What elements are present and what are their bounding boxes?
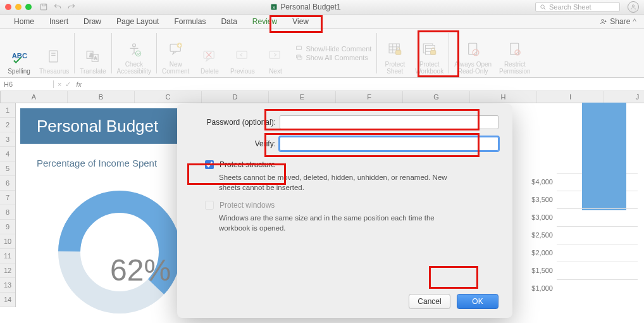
svg-rect-31 xyxy=(396,51,401,55)
svg-text:A: A xyxy=(94,56,97,60)
spelling-label: Spelling xyxy=(8,68,30,75)
user-avatar[interactable] xyxy=(628,1,639,13)
tab-view[interactable]: View xyxy=(285,15,316,28)
verify-input[interactable] xyxy=(280,137,498,151)
tab-insert[interactable]: Insert xyxy=(42,15,76,28)
protect-workbook-dialog: Password (optional): Verify: Protect str… xyxy=(177,104,512,318)
translate-button[interactable]: あA Translate xyxy=(76,30,109,76)
previous-label: Previous xyxy=(230,68,255,75)
check-accessibility-label: Check Accessibility xyxy=(117,61,151,75)
redo-icon[interactable] xyxy=(67,3,76,11)
svg-point-4 xyxy=(632,5,634,7)
tab-home[interactable]: Home xyxy=(6,15,42,28)
excel-icon: X xyxy=(270,3,278,11)
restrict-label: Restrict Permission xyxy=(499,61,530,75)
close-icon[interactable] xyxy=(5,4,11,10)
minimize-icon[interactable] xyxy=(15,4,22,10)
svg-rect-21 xyxy=(237,51,247,58)
ribbon: ABC Spelling Thesaurus あA Translate Chec… xyxy=(0,29,644,78)
always-open-readonly-button[interactable]: Always Open Read-Only xyxy=(450,30,495,76)
svg-text:あ: あ xyxy=(89,53,93,58)
search-icon xyxy=(540,4,547,11)
protect-sheet-label: Protect Sheet xyxy=(385,61,406,75)
column-headers: A B C D E F G H I J xyxy=(0,91,644,103)
protect-sheet-button[interactable]: Protect Sheet xyxy=(378,30,411,76)
col-c[interactable]: C xyxy=(135,91,202,103)
window-controls[interactable] xyxy=(5,4,32,10)
donut-chart xyxy=(53,186,186,319)
svg-rect-36 xyxy=(430,51,435,55)
protect-workbook-button[interactable]: Protect Workbook xyxy=(411,30,447,76)
spelling-button[interactable]: ABC Spelling xyxy=(3,30,35,76)
tab-formulas[interactable]: Formulas xyxy=(166,15,213,28)
verify-label: Verify: xyxy=(191,139,280,148)
show-all-comments-button[interactable]: Show All Comments xyxy=(295,54,371,61)
protect-structure-checkbox[interactable]: Protect structure xyxy=(202,158,498,171)
translate-label: Translate xyxy=(80,68,106,75)
share-icon xyxy=(600,18,607,25)
svg-point-14 xyxy=(132,44,135,47)
col-d[interactable]: D xyxy=(202,91,269,103)
check-accessibility-button[interactable]: Check Accessibility xyxy=(113,30,155,76)
col-g[interactable]: G xyxy=(403,91,470,103)
search-placeholder: Search Sheet xyxy=(549,3,591,11)
show-hide-comment-button[interactable]: Show/Hide Comment xyxy=(295,45,371,53)
title-bar: X Personal Budget1 Search Sheet xyxy=(0,0,644,15)
windows-description: Windows are the same size and in the sam… xyxy=(219,213,459,233)
ok-button[interactable]: OK xyxy=(457,294,498,309)
password-input[interactable] xyxy=(280,115,498,129)
svg-text:X: X xyxy=(273,6,275,10)
col-f[interactable]: F xyxy=(336,91,403,103)
svg-point-5 xyxy=(602,20,604,22)
search-box[interactable]: Search Sheet xyxy=(535,2,620,12)
name-box[interactable]: H6 xyxy=(0,80,54,88)
new-comment-button[interactable]: New Comment xyxy=(158,30,193,76)
subtitle: Percentage of Income Spent xyxy=(37,158,157,168)
previous-comment-button[interactable]: Previous xyxy=(226,30,259,76)
svg-rect-7 xyxy=(49,51,58,62)
cancel-button[interactable]: Cancel xyxy=(409,294,450,309)
col-h[interactable]: H xyxy=(470,91,537,103)
tab-data[interactable]: Data xyxy=(213,15,244,28)
svg-rect-22 xyxy=(269,51,280,58)
document-title: Personal Budget1 xyxy=(280,3,340,11)
quick-access xyxy=(39,3,76,11)
col-j[interactable]: J xyxy=(604,91,644,103)
protect-structure-check[interactable] xyxy=(205,160,214,169)
svg-point-3 xyxy=(541,4,545,8)
delete-comment-button[interactable]: Delete xyxy=(193,30,226,76)
col-e[interactable]: E xyxy=(269,91,336,103)
tab-draw[interactable]: Draw xyxy=(76,15,109,28)
thesaurus-button[interactable]: Thesaurus xyxy=(35,30,73,76)
ribbon-tabs: Home Insert Draw Page Layout Formulas Da… xyxy=(0,15,644,29)
next-label: Next xyxy=(269,68,282,75)
svg-rect-23 xyxy=(297,46,302,50)
fx-label[interactable]: fx xyxy=(71,80,87,88)
col-b[interactable]: B xyxy=(68,91,135,103)
zoom-icon[interactable] xyxy=(25,4,32,10)
protect-structure-label: Protect structure xyxy=(220,160,275,169)
formula-bar: H6 ×✓ fx xyxy=(0,78,644,91)
new-comment-label: New Comment xyxy=(162,61,189,75)
delete-label: Delete xyxy=(201,68,219,75)
share-button[interactable]: Share xyxy=(610,17,630,26)
next-comment-button[interactable]: Next xyxy=(259,30,292,76)
save-icon[interactable] xyxy=(39,3,48,11)
col-i[interactable]: I xyxy=(537,91,604,103)
always-open-label: Always Open Read-Only xyxy=(454,61,492,75)
password-label: Password (optional): xyxy=(191,118,280,127)
percent-value: 62% xyxy=(110,253,171,288)
col-a[interactable]: A xyxy=(1,91,68,103)
restrict-permission-button[interactable]: Restrict Permission xyxy=(495,30,534,76)
thesaurus-label: Thesaurus xyxy=(39,68,69,75)
undo-icon[interactable] xyxy=(53,3,62,11)
structure-description: Sheets cannot be moved, deleted, hidden,… xyxy=(219,173,459,193)
tab-review[interactable]: Review xyxy=(245,15,285,28)
protect-windows-check xyxy=(205,201,214,210)
svg-line-39 xyxy=(473,51,478,55)
tab-pagelayout[interactable]: Page Layout xyxy=(109,15,166,28)
row-headers: 1234567891011121314 xyxy=(0,103,16,307)
svg-rect-0 xyxy=(40,4,46,10)
bar-chart: $4,000 $3,500 $3,000 $2,500 $2,000 $1,50… xyxy=(524,173,638,297)
protect-windows-checkbox: Protect windows xyxy=(202,199,498,212)
